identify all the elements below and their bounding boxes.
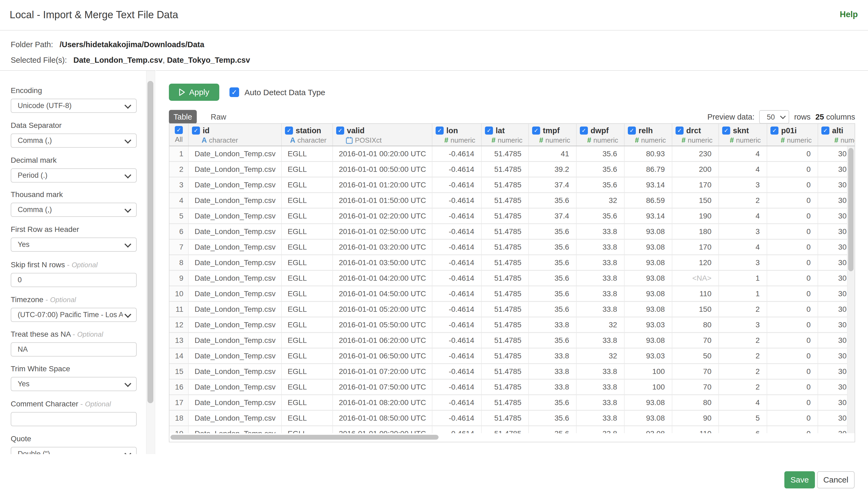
apply-button[interactable]: Apply [169, 84, 219, 101]
column-type-label: POSIXct [355, 136, 382, 144]
checkmark-icon: ✓ [772, 127, 777, 134]
sidebar-input-skip-first-n-rows[interactable]: 0 [11, 273, 137, 287]
table-cell: 0 [767, 426, 818, 433]
tab-raw[interactable]: Raw [206, 110, 231, 124]
optional-dash: - [71, 330, 77, 338]
sidebar-select-thousand-mark[interactable]: Comma (,) [11, 203, 137, 217]
table-cell: Date_London_Temp.csv [189, 317, 282, 332]
table-cell: 35.6 [577, 162, 625, 177]
column-checkbox-tmpf[interactable]: ✓ [532, 127, 540, 134]
table-cell: EGLL [282, 395, 333, 410]
sidebar-input-comment-character[interactable] [11, 412, 137, 426]
column-checkbox-lon[interactable]: ✓ [436, 127, 444, 134]
auto-detect-checkbox[interactable]: ✓ [229, 87, 239, 97]
table-cell: 4 [719, 395, 767, 410]
table-cell: 2016-01-01 04:50:00 UTC [333, 286, 432, 301]
column-type-line: #numeric [432, 136, 481, 144]
table-horizontal-scrollbar-thumb[interactable] [170, 435, 439, 440]
sidebar-field-label: Quote [11, 435, 31, 444]
columns-suffix-label: columns [826, 113, 855, 121]
sidebar-field-label: Skip first N rows - Optional [11, 260, 98, 270]
column-checkbox-station[interactable]: ✓ [285, 127, 293, 134]
column-checkbox-sknt[interactable]: ✓ [722, 127, 730, 134]
table-row: 3Date_London_Temp.csvEGLL2016-01-01 01:2… [169, 178, 847, 193]
sidebar-field-label: Encoding [11, 86, 42, 96]
sidebar-select-quote[interactable]: Double (") [11, 447, 137, 454]
selected-files-label: Selected File(s): [11, 56, 67, 64]
table-cell: 2016-01-01 02:20:00 UTC [333, 209, 432, 223]
sidebar-select-data-separator[interactable]: Comma (,) [11, 133, 137, 148]
table-cell: 35.6 [529, 411, 577, 425]
column-header-station: ✓stationAcharacter [282, 124, 333, 145]
column-checkbox-valid[interactable]: ✓ [336, 127, 344, 134]
column-checkbox-id[interactable]: ✓ [192, 127, 200, 134]
table-cell: 100 [625, 364, 672, 379]
column-checkbox-alti[interactable]: ✓ [821, 127, 829, 134]
table-vertical-scrollbar-thumb[interactable] [848, 148, 854, 271]
main-pane: Apply ✓ Auto Detect Data Type Table Raw … [156, 70, 868, 454]
table-cell: Date_London_Temp.csv [189, 178, 282, 192]
table-cell: -0.4614 [432, 380, 482, 394]
column-checkbox-dwpf[interactable]: ✓ [580, 127, 588, 134]
table-cell: 51.4785 [482, 333, 529, 348]
table-cell: 33.8 [577, 286, 625, 301]
table-cell: 70 [672, 364, 719, 379]
column-checkbox-p01i[interactable]: ✓ [770, 127, 779, 134]
tab-table[interactable]: Table [169, 110, 197, 124]
table-cell: 2016-01-01 06:20:00 UTC [333, 333, 432, 348]
table-cell: 93.03 [625, 349, 672, 363]
help-link[interactable]: Help [840, 10, 858, 19]
sidebar-scrollbar-thumb[interactable] [147, 81, 153, 403]
column-header-name-line: ✓tmpf [529, 125, 576, 136]
field-value [18, 413, 123, 426]
table-cell: 4 [719, 209, 767, 223]
table-cell: EGLL [282, 193, 333, 208]
table-cell: 93.08 [625, 395, 672, 410]
save-button[interactable]: Save [784, 471, 815, 488]
sidebar-input-treat-these-as-na[interactable]: NA [11, 342, 137, 356]
table-cell: 93.14 [625, 178, 672, 192]
sidebar-field-label: Thousand mark [11, 190, 63, 200]
table-cell: 51.4785 [482, 286, 529, 301]
table-cell: 2016-01-01 05:20:00 UTC [333, 302, 432, 316]
row-number-cell: 1 [169, 146, 189, 161]
column-type-label: numeric [641, 136, 666, 144]
table-cell: 3 [719, 178, 767, 192]
column-type-line: #numeric [719, 136, 767, 144]
column-header-name-line: ✓relh [625, 125, 672, 136]
column-header-name-line: ✓valid [333, 125, 432, 136]
preview-table: ✓All✓idAcharacter✓stationAcharacter✓vali… [169, 123, 855, 442]
column-checkbox-lat[interactable]: ✓ [485, 127, 493, 134]
table-cell: 80 [672, 317, 719, 332]
sidebar-select-first-row-as-header[interactable]: Yes [11, 238, 137, 252]
column-name: dwpf [590, 126, 609, 135]
table-cell: EGLL [282, 209, 333, 223]
table-cell: 70 [672, 333, 719, 348]
row-number-cell: 12 [169, 317, 189, 332]
column-type-line: Acharacter [282, 136, 332, 144]
sidebar-select-encoding[interactable]: Unicode (UTF-8) [11, 99, 137, 113]
cancel-button[interactable]: Cancel [817, 471, 855, 488]
optional-dash: - [43, 295, 50, 304]
row-number-cell: 6 [169, 224, 189, 239]
table-cell: 4 [719, 240, 767, 254]
sidebar-select-timezone[interactable]: (UTC-07:00) Pacific Time - Los Angeles [11, 308, 137, 322]
row-number-cell: 4 [169, 193, 189, 208]
table-cell: 51.4785 [482, 193, 529, 208]
table-cell: 51.4785 [482, 395, 529, 410]
column-header-name-line: ✓sknt [719, 125, 767, 136]
column-checkbox-relh[interactable]: ✓ [628, 127, 636, 134]
chevron-down-icon [124, 102, 131, 109]
table-cell: 1 [719, 271, 767, 285]
sidebar-select-trim-white-space[interactable]: Yes [11, 377, 137, 391]
preview-rows-select[interactable]: 50 [759, 110, 789, 124]
table-cell: 0 [767, 317, 818, 332]
table-cell: 30 [818, 380, 847, 394]
sidebar-select-decimal-mark[interactable]: Period (.) [11, 168, 137, 183]
table-cell: Date_London_Temp.csv [189, 411, 282, 425]
select-all-checkbox[interactable]: ✓ [175, 126, 183, 134]
table-cell: <NA> [672, 271, 719, 285]
column-checkbox-drct[interactable]: ✓ [675, 127, 684, 134]
table-body: 1Date_London_Temp.csvEGLL2016-01-01 00:2… [169, 146, 847, 433]
import-options-sidebar: EncodingUnicode (UTF-8)Data SeparatorCom… [0, 70, 156, 454]
